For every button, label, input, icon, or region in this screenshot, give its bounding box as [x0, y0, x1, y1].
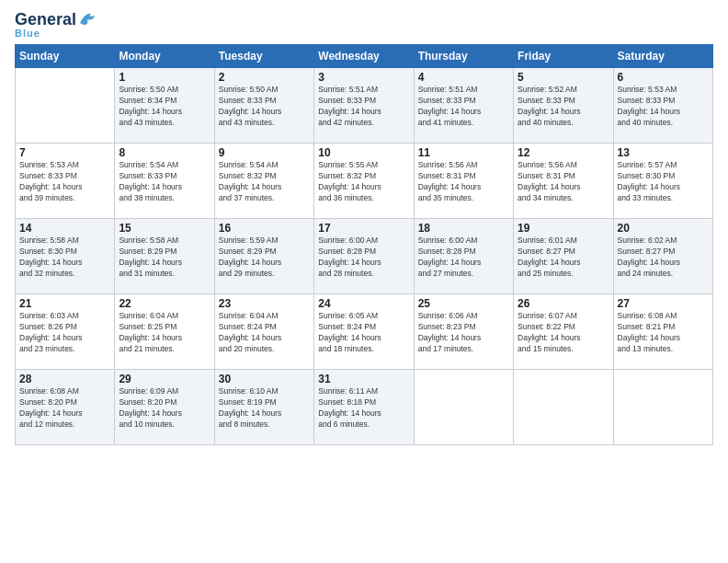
day-info: Sunrise: 5:52 AM Sunset: 8:33 PM Dayligh… [518, 85, 609, 129]
calendar-cell: 20Sunrise: 6:02 AM Sunset: 8:27 PM Dayli… [613, 219, 712, 294]
day-info: Sunrise: 6:00 AM Sunset: 8:28 PM Dayligh… [318, 236, 409, 280]
day-number: 18 [418, 222, 509, 235]
calendar-cell: 1Sunrise: 5:50 AM Sunset: 8:34 PM Daylig… [115, 68, 214, 144]
day-info: Sunrise: 5:58 AM Sunset: 8:29 PM Dayligh… [119, 236, 210, 280]
day-number: 21 [19, 297, 110, 310]
weekday-header: Thursday [414, 45, 513, 68]
calendar-cell: 19Sunrise: 6:01 AM Sunset: 8:27 PM Dayli… [514, 219, 613, 294]
day-number: 13 [618, 146, 709, 159]
weekday-header: Tuesday [214, 45, 313, 68]
day-number: 30 [219, 373, 310, 385]
day-info: Sunrise: 5:53 AM Sunset: 8:33 PM Dayligh… [19, 160, 110, 204]
logo: General Blue [15, 11, 98, 39]
day-number: 14 [19, 222, 110, 235]
weekday-header: Wednesday [314, 45, 414, 68]
calendar-cell: 12Sunrise: 5:56 AM Sunset: 8:31 PM Dayli… [514, 144, 613, 219]
calendar-cell: 4Sunrise: 5:51 AM Sunset: 8:33 PM Daylig… [414, 68, 513, 144]
day-number: 17 [318, 222, 409, 235]
calendar-week-row: 21Sunrise: 6:03 AM Sunset: 8:26 PM Dayli… [16, 294, 713, 370]
day-number: 25 [418, 297, 509, 310]
calendar-cell: 6Sunrise: 5:53 AM Sunset: 8:33 PM Daylig… [613, 68, 712, 144]
day-info: Sunrise: 6:07 AM Sunset: 8:22 PM Dayligh… [518, 311, 609, 355]
day-number: 22 [119, 297, 210, 310]
day-number: 6 [618, 71, 709, 84]
calendar-cell: 18Sunrise: 6:00 AM Sunset: 8:28 PM Dayli… [414, 219, 513, 294]
day-info: Sunrise: 6:03 AM Sunset: 8:26 PM Dayligh… [19, 311, 110, 355]
day-number: 24 [318, 297, 409, 310]
day-info: Sunrise: 5:56 AM Sunset: 8:31 PM Dayligh… [518, 160, 609, 204]
calendar-cell: 8Sunrise: 5:54 AM Sunset: 8:33 PM Daylig… [115, 144, 214, 219]
calendar-cell: 27Sunrise: 6:08 AM Sunset: 8:21 PM Dayli… [613, 294, 712, 370]
weekday-header: Sunday [16, 45, 115, 68]
day-info: Sunrise: 6:02 AM Sunset: 8:27 PM Dayligh… [618, 236, 709, 280]
calendar-cell: 17Sunrise: 6:00 AM Sunset: 8:28 PM Dayli… [314, 219, 414, 294]
calendar-cell [414, 370, 513, 445]
day-info: Sunrise: 5:54 AM Sunset: 8:32 PM Dayligh… [219, 160, 310, 204]
weekday-header: Monday [115, 45, 214, 68]
calendar-cell: 24Sunrise: 6:05 AM Sunset: 8:24 PM Dayli… [314, 294, 414, 370]
calendar-cell [613, 370, 712, 445]
calendar-cell: 26Sunrise: 6:07 AM Sunset: 8:22 PM Dayli… [514, 294, 613, 370]
day-info: Sunrise: 6:04 AM Sunset: 8:25 PM Dayligh… [119, 311, 210, 355]
day-number: 28 [19, 373, 110, 385]
calendar-cell: 14Sunrise: 5:58 AM Sunset: 8:30 PM Dayli… [16, 219, 115, 294]
page: General Blue SundayMondayTuesdayWednesda… [0, 0, 728, 563]
calendar-cell: 21Sunrise: 6:03 AM Sunset: 8:26 PM Dayli… [16, 294, 115, 370]
calendar-cell: 3Sunrise: 5:51 AM Sunset: 8:33 PM Daylig… [314, 68, 414, 144]
day-number: 1 [119, 71, 210, 84]
calendar-week-row: 14Sunrise: 5:58 AM Sunset: 8:30 PM Dayli… [16, 219, 713, 294]
weekday-header: Friday [514, 45, 613, 68]
day-number: 10 [318, 146, 409, 159]
calendar-cell: 10Sunrise: 5:55 AM Sunset: 8:32 PM Dayli… [314, 144, 414, 219]
calendar-cell: 25Sunrise: 6:06 AM Sunset: 8:23 PM Dayli… [414, 294, 513, 370]
calendar-cell: 23Sunrise: 6:04 AM Sunset: 8:24 PM Dayli… [214, 294, 313, 370]
day-info: Sunrise: 6:08 AM Sunset: 8:20 PM Dayligh… [19, 386, 110, 431]
day-number: 2 [219, 71, 310, 84]
day-info: Sunrise: 6:04 AM Sunset: 8:24 PM Dayligh… [219, 311, 310, 355]
calendar-cell: 15Sunrise: 5:58 AM Sunset: 8:29 PM Dayli… [115, 219, 214, 294]
weekday-header: Saturday [613, 45, 712, 68]
calendar-cell: 7Sunrise: 5:53 AM Sunset: 8:33 PM Daylig… [16, 144, 115, 219]
calendar-cell: 29Sunrise: 6:09 AM Sunset: 8:20 PM Dayli… [115, 370, 214, 445]
day-info: Sunrise: 6:00 AM Sunset: 8:28 PM Dayligh… [418, 236, 509, 280]
logo-bird-icon [78, 10, 98, 27]
calendar: SundayMondayTuesdayWednesdayThursdayFrid… [15, 44, 713, 445]
day-number: 9 [219, 146, 310, 159]
calendar-week-row: 28Sunrise: 6:08 AM Sunset: 8:20 PM Dayli… [16, 370, 713, 445]
day-number: 23 [219, 297, 310, 310]
day-info: Sunrise: 5:54 AM Sunset: 8:33 PM Dayligh… [119, 160, 210, 204]
day-info: Sunrise: 6:11 AM Sunset: 8:18 PM Dayligh… [318, 386, 409, 431]
day-info: Sunrise: 5:55 AM Sunset: 8:32 PM Dayligh… [318, 160, 409, 204]
day-info: Sunrise: 5:56 AM Sunset: 8:31 PM Dayligh… [418, 160, 509, 204]
day-info: Sunrise: 5:59 AM Sunset: 8:29 PM Dayligh… [219, 236, 310, 280]
calendar-cell: 16Sunrise: 5:59 AM Sunset: 8:29 PM Dayli… [214, 219, 313, 294]
day-info: Sunrise: 6:08 AM Sunset: 8:21 PM Dayligh… [618, 311, 709, 355]
logo-blue: Blue [15, 28, 40, 39]
day-number: 4 [418, 71, 509, 84]
day-number: 8 [119, 146, 210, 159]
day-number: 12 [518, 146, 609, 159]
calendar-cell: 5Sunrise: 5:52 AM Sunset: 8:33 PM Daylig… [514, 68, 613, 144]
logo-general: General [15, 11, 76, 28]
day-info: Sunrise: 5:50 AM Sunset: 8:34 PM Dayligh… [119, 85, 210, 129]
calendar-week-row: 1Sunrise: 5:50 AM Sunset: 8:34 PM Daylig… [16, 68, 713, 144]
calendar-cell [16, 68, 115, 144]
day-info: Sunrise: 6:10 AM Sunset: 8:19 PM Dayligh… [219, 386, 310, 431]
day-info: Sunrise: 5:58 AM Sunset: 8:30 PM Dayligh… [19, 236, 110, 280]
day-info: Sunrise: 5:57 AM Sunset: 8:30 PM Dayligh… [618, 160, 709, 204]
day-info: Sunrise: 6:09 AM Sunset: 8:20 PM Dayligh… [119, 386, 210, 431]
day-number: 15 [119, 222, 210, 235]
calendar-cell: 2Sunrise: 5:50 AM Sunset: 8:33 PM Daylig… [214, 68, 313, 144]
calendar-cell: 9Sunrise: 5:54 AM Sunset: 8:32 PM Daylig… [214, 144, 313, 219]
day-info: Sunrise: 6:06 AM Sunset: 8:23 PM Dayligh… [418, 311, 509, 355]
day-number: 19 [518, 222, 609, 235]
calendar-cell: 22Sunrise: 6:04 AM Sunset: 8:25 PM Dayli… [115, 294, 214, 370]
day-number: 5 [518, 71, 609, 84]
calendar-cell: 13Sunrise: 5:57 AM Sunset: 8:30 PM Dayli… [613, 144, 712, 219]
calendar-week-row: 7Sunrise: 5:53 AM Sunset: 8:33 PM Daylig… [16, 144, 713, 219]
calendar-cell: 28Sunrise: 6:08 AM Sunset: 8:20 PM Dayli… [16, 370, 115, 445]
day-info: Sunrise: 5:50 AM Sunset: 8:33 PM Dayligh… [219, 85, 310, 129]
day-number: 16 [219, 222, 310, 235]
day-number: 27 [618, 297, 709, 310]
day-info: Sunrise: 5:53 AM Sunset: 8:33 PM Dayligh… [618, 85, 709, 129]
